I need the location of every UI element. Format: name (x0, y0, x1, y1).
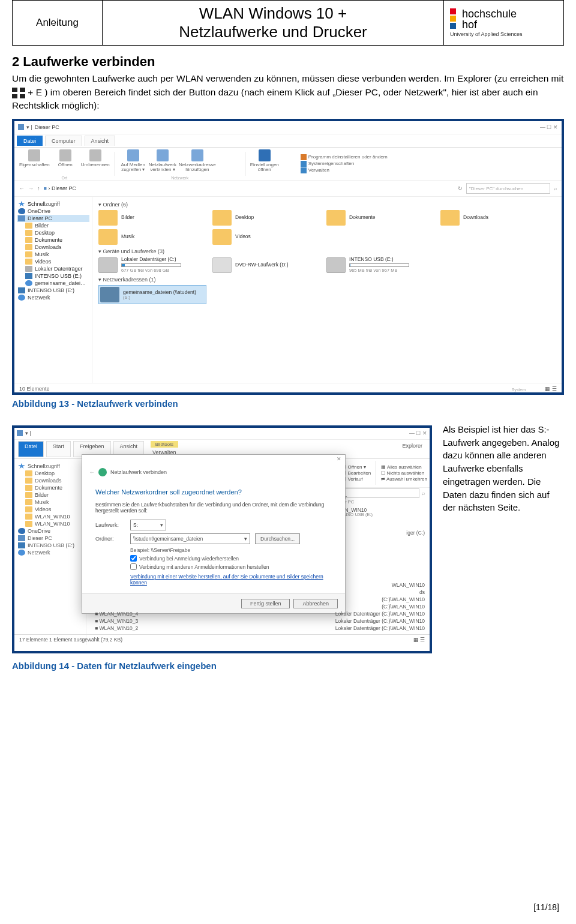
ribbon-media-access[interactable]: Auf Medienzugreifen ▾ (120, 149, 146, 172)
search-icon[interactable]: ⌕ (554, 185, 557, 191)
windows-key-icon (12, 88, 25, 98)
chk-reconnect[interactable] (130, 555, 137, 562)
sidebar-item[interactable]: Schnellzugriff (17, 200, 89, 208)
ribbon-settings[interactable]: Einstellungenöffnen (250, 149, 279, 172)
sidebar-item[interactable]: Dieser PC (17, 215, 89, 222)
sidebar-item[interactable]: Desktop (17, 470, 83, 477)
sidebar-item[interactable]: Lokaler Datenträger (17, 265, 89, 272)
search-input[interactable]: "Dieser PC" durchsuchen (466, 183, 550, 194)
sidebar-item[interactable]: INTENSO USB (E:) (17, 542, 83, 549)
dialog-title: Netzlaufwerk verbinden (110, 469, 167, 475)
tab-view[interactable]: Ansicht (85, 136, 116, 146)
sidebar-item[interactable]: Videos (17, 506, 83, 513)
header-logo: hochschule hof University of Applied Sci… (444, 1, 564, 46)
folder-input[interactable]: \\student\gemeinsame_dateien▾ (130, 533, 250, 544)
section-heading: 2 Laufwerke verbinden (12, 54, 564, 70)
sidebar-item[interactable]: Desktop (17, 229, 89, 236)
ribbon-properties[interactable]: Eigenschaften (19, 149, 50, 167)
screenshot-explorer-this-pc: ▾ | Dieser PC — ☐ ✕ Datei Computer Ansic… (12, 119, 564, 395)
close-icon[interactable]: ✕ (337, 456, 341, 462)
window-title: Explorer (398, 441, 426, 457)
sidebar-item[interactable]: Musik (17, 499, 83, 506)
folder-tile[interactable]: Dokumente (326, 210, 434, 226)
chk-othercreds[interactable] (130, 563, 137, 570)
sidebar-item[interactable]: WLAN_WIN10 (17, 513, 83, 520)
header-title-line2: Netzlaufwerke und Drucker (109, 23, 437, 41)
window-controls[interactable]: — ☐ ✕ (409, 430, 427, 436)
tab-start[interactable]: Start (46, 441, 71, 457)
nav-back[interactable]: ← (19, 185, 25, 191)
sidebar-item[interactable]: WLAN_WIN10 (17, 520, 83, 527)
ribbon-select-none[interactable]: Nichts auswählen (386, 470, 424, 476)
window-title: Dieser PC (35, 124, 59, 130)
status-text: 10 Elemente (19, 386, 50, 392)
sidebar-item[interactable]: Dieser PC (17, 535, 83, 542)
sidebar-item[interactable]: Dokumente (17, 484, 83, 491)
sidebar-item[interactable]: Bilder (17, 222, 89, 229)
figure-caption: Abbildung 13 - Netzlaufwerk verbinden (12, 398, 564, 409)
ribbon-open[interactable]: Öffnen (52, 149, 79, 167)
tab-computer[interactable]: Computer (45, 136, 82, 146)
sidebar-item[interactable]: Schnellzugriff (17, 463, 83, 470)
sidebar-item[interactable]: Dokumente (17, 236, 89, 244)
window-controls[interactable]: — ☐ ✕ (540, 124, 558, 130)
ribbon-rename[interactable]: Umbenennen (81, 149, 110, 167)
drive-c[interactable]: Lokaler Datenträger (C:)677 GB frei von … (98, 257, 206, 274)
network-share[interactable]: gemeinsame_dateien (\\student)(S:) (98, 285, 206, 304)
view-icons[interactable]: ▦ ☰ (413, 637, 425, 643)
breadcrumb[interactable]: › Dieser PC (48, 185, 76, 191)
sidebar-item[interactable]: Downloads (17, 477, 83, 484)
ribbon-add-net-addr[interactable]: Netzwerkadressehinzufügen (179, 149, 216, 172)
ribbon-history[interactable]: Verlauf (347, 476, 362, 482)
status-text: 17 Elemente 1 Element ausgewählt (79,2 K… (19, 637, 122, 643)
drive-e[interactable]: INTENSO USB (E:)965 MB frei von 967 MB (326, 257, 434, 274)
tab-file[interactable]: Datei (17, 136, 43, 146)
ribbon-sysprops[interactable]: Systemeigenschaften (308, 161, 355, 167)
folder-tile[interactable]: Bilder (98, 210, 206, 226)
tab-file[interactable]: Datei (18, 441, 44, 457)
sidebar-item[interactable]: Musik (17, 251, 89, 258)
sidebar-item[interactable]: INTENSO USB (E:) (17, 272, 89, 280)
sidebar-item[interactable]: INTENSO USB (E:) (17, 287, 89, 294)
nav-fwd[interactable]: → (28, 185, 34, 191)
context-tab-group: Bildtools (151, 441, 178, 448)
ribbon-group-label: Netzwerk (171, 176, 188, 180)
ribbon-invert[interactable]: Auswahl umkehren (386, 476, 427, 482)
ribbon-select-all[interactable]: Alles auswählen (387, 464, 422, 470)
sidebar-item[interactable]: Netzwerk (17, 294, 89, 301)
folder-tile[interactable]: Downloads (440, 210, 548, 226)
group-header[interactable]: Ordner (6) (103, 202, 128, 208)
folder-tile[interactable]: Desktop (212, 210, 320, 226)
sidebar-item[interactable]: Downloads (17, 244, 89, 251)
dialog-instruction: Bestimmen Sie den Laufwerkbuchstaben für… (95, 502, 332, 514)
ribbon-map-drive[interactable]: Netzlaufwerkverbinden ▾ (149, 149, 176, 172)
folder-icon (17, 430, 23, 436)
sidebar-item[interactable]: Bilder (17, 491, 83, 499)
ribbon-manage[interactable]: Verwalten (308, 167, 329, 173)
content-pane: ▾ Ordner (6) BilderDesktopDokumenteDownl… (92, 197, 562, 383)
folder-icon (18, 124, 24, 130)
sidebar-item[interactable]: Netzwerk (17, 549, 83, 556)
group-header[interactable]: Netzwerkadressen (1) (103, 277, 156, 283)
drive-d[interactable]: DVD-RW-Laufwerk (D:) (212, 257, 320, 274)
folder-tile[interactable]: Videos (212, 229, 320, 245)
logo-squares-icon (450, 8, 456, 30)
sidebar-item[interactable]: OneDrive (17, 208, 89, 215)
ribbon-edit[interactable]: Bearbeiten (347, 470, 371, 476)
nav-up[interactable]: ↑ (37, 185, 40, 191)
view-icons[interactable]: ▦ ☰ (545, 386, 557, 392)
ribbon-open[interactable]: Öffnen ▾ (347, 464, 365, 470)
network-drive-icon (98, 468, 107, 476)
sidebar: SchnellzugriffDesktopDownloadsDokumenteB… (14, 459, 86, 645)
side-explanation: Als Beispiel ist hier das S:-Laufwerk an… (443, 419, 564, 514)
browse-button[interactable]: Durchsuchen... (255, 533, 300, 544)
drive-select[interactable]: S: ▾ (130, 520, 166, 530)
ribbon: Eigenschaften Öffnen Umbenennen Ort Auf … (14, 148, 562, 181)
sidebar-item[interactable]: gemeinsame_datei… (17, 280, 89, 287)
ribbon-uninstall[interactable]: Programm deinstallieren oder ändern (308, 154, 388, 160)
sidebar-item[interactable]: OneDrive (17, 527, 83, 535)
label-folder: Ordner: (95, 536, 125, 542)
sidebar-item[interactable]: Videos (17, 258, 89, 265)
group-header[interactable]: Geräte und Laufwerke (3) (103, 248, 165, 254)
folder-tile[interactable]: Musik (98, 229, 206, 245)
